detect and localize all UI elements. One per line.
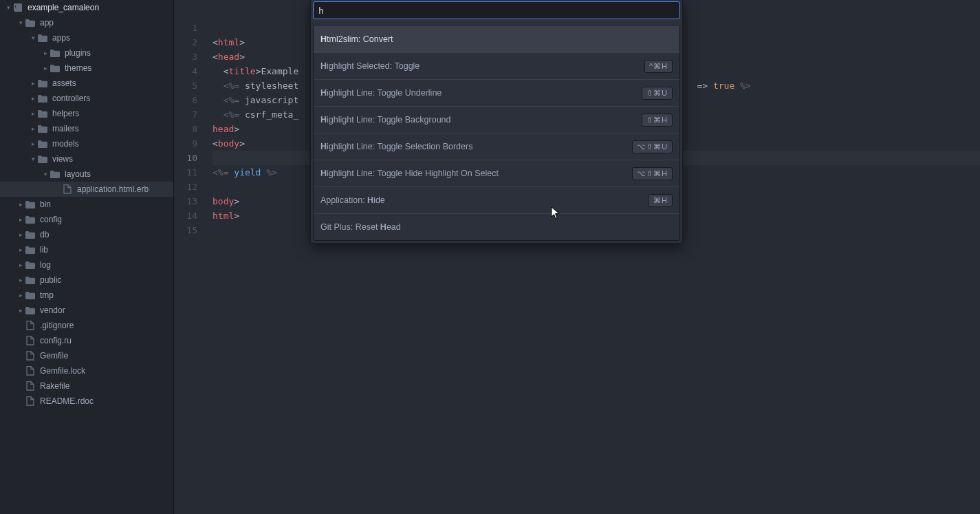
tree-item-lib[interactable]: ▸lib — [0, 242, 173, 257]
tree-item--gitignore[interactable]: .gitignore — [0, 318, 173, 333]
line-number: 11 — [174, 165, 197, 180]
chevron-right-icon: ▸ — [17, 201, 25, 208]
keyboard-shortcut: ⇧⌘H — [642, 114, 673, 127]
tree-item-log[interactable]: ▸log — [0, 257, 173, 272]
tree-item-config-ru[interactable]: config.ru — [0, 333, 173, 348]
tree-item-controllers[interactable]: ▸controllers — [0, 91, 173, 106]
chevron-down-icon: ▾ — [41, 171, 50, 178]
tree-item-application-html-erb[interactable]: application.html.erb — [0, 182, 173, 197]
tree-item-label: lib — [40, 245, 48, 255]
tree-item-label: vendor — [40, 306, 65, 315]
file-icon — [25, 336, 36, 345]
folder-icon — [37, 139, 48, 149]
tree-item-apps[interactable]: ▾apps — [0, 30, 173, 45]
tree-item-themes[interactable]: ▸themes — [0, 61, 173, 76]
tree-item-label: apps — [52, 33, 70, 43]
tree-item-label: application.html.erb — [77, 184, 149, 194]
line-number: 4 — [174, 64, 197, 78]
tree-item-gemfile-lock[interactable]: Gemfile.lock — [0, 363, 173, 378]
tree-item-label: public — [40, 275, 61, 285]
command-palette-item[interactable]: Highlight Selected: Toggle^⌘H — [314, 52, 679, 79]
line-number: 6 — [174, 93, 197, 107]
tree-item-example-camaleon[interactable]: ▾example_camaleon — [0, 0, 173, 15]
folder-icon — [50, 48, 61, 58]
chevron-down-icon: ▾ — [29, 156, 37, 162]
file-icon — [25, 381, 36, 391]
chevron-right-icon: ▸ — [17, 277, 25, 283]
command-palette-item[interactable]: Highlight Line: Toggle Background⇧⌘H — [314, 106, 679, 133]
tree-item-public[interactable]: ▸public — [0, 272, 173, 288]
line-number: 8 — [174, 122, 197, 136]
command-label: Git Plus: Reset Head — [320, 222, 401, 232]
tree-item-views[interactable]: ▾views — [0, 151, 173, 167]
file-icon — [25, 351, 36, 361]
chevron-right-icon: ▸ — [29, 95, 37, 102]
chevron-right-icon: ▸ — [41, 65, 50, 72]
tree-item-bin[interactable]: ▸bin — [0, 197, 173, 212]
chevron-right-icon: ▸ — [29, 140, 37, 147]
line-number: 13 — [174, 194, 197, 208]
tree-item-label: themes — [65, 63, 91, 73]
keyboard-shortcut: ⇧⌘U — [642, 87, 673, 100]
command-palette-item[interactable]: Application: Hide⌘H — [314, 186, 679, 213]
folder-icon — [25, 245, 36, 255]
folder-icon — [37, 154, 48, 164]
tree-item-label: db — [40, 230, 49, 239]
tree-item-layouts[interactable]: ▾layouts — [0, 167, 173, 182]
tree-item-label: config — [40, 215, 62, 224]
keyboard-shortcut: ⌘H — [649, 194, 673, 207]
file-icon — [25, 366, 36, 376]
tree-item-label: bin — [40, 200, 51, 209]
keyboard-shortcut: ⌥⇧⌘U — [632, 140, 673, 153]
tree-item-gemfile[interactable]: Gemfile — [0, 348, 173, 363]
tree-item-plugins[interactable]: ▸plugins — [0, 45, 173, 61]
tree-item-label: Rakefile — [40, 381, 69, 391]
command-palette-item[interactable]: Highlight Line: Toggle Hide Highlight On… — [314, 160, 679, 186]
tree-item-readme-rdoc[interactable]: README.rdoc — [0, 394, 173, 409]
line-number: 7 — [174, 107, 197, 122]
tree-item-helpers[interactable]: ▸helpers — [0, 106, 173, 121]
tree-item-label: tmp — [40, 290, 54, 300]
tree-item-label: models — [52, 139, 79, 149]
line-number: 3 — [174, 50, 197, 64]
tree-item-config[interactable]: ▸config — [0, 212, 173, 227]
tree-item-tmp[interactable]: ▸tmp — [0, 288, 173, 303]
chevron-right-icon: ▸ — [29, 110, 37, 117]
folder-icon — [25, 230, 36, 239]
command-palette-item[interactable]: Highlight Line: Toggle Selection Borders… — [314, 133, 679, 160]
tree-item-db[interactable]: ▸db — [0, 227, 173, 242]
tree-item-label: log — [40, 260, 51, 270]
chevron-right-icon: ▸ — [41, 50, 50, 56]
chevron-right-icon: ▸ — [17, 246, 25, 253]
folder-icon — [37, 109, 48, 118]
tree-item-models[interactable]: ▸models — [0, 136, 173, 151]
tree-item-label: app — [40, 18, 54, 28]
folder-icon — [37, 33, 48, 43]
folder-icon — [25, 260, 36, 270]
tree-item-label: example_camaleon — [28, 3, 99, 12]
tree-item-rakefile[interactable]: Rakefile — [0, 378, 173, 394]
file-tree[interactable]: ▾example_camaleon▾app▾apps▸plugins▸theme… — [0, 0, 173, 409]
line-number: 1 — [174, 21, 197, 35]
folder-icon — [25, 275, 36, 285]
tree-item-vendor[interactable]: ▸vendor — [0, 303, 173, 318]
tree-item-assets[interactable]: ▸assets — [0, 76, 173, 91]
tree-item-mailers[interactable]: ▸mailers — [0, 121, 173, 136]
chevron-down-icon: ▾ — [4, 4, 12, 11]
command-palette-input[interactable] — [313, 1, 680, 19]
folder-icon — [37, 78, 48, 88]
tree-item-label: views — [52, 154, 73, 164]
folder-icon — [25, 290, 36, 300]
line-number: 12 — [174, 180, 197, 194]
line-number: 10 — [174, 151, 197, 165]
tree-item-label: .gitignore — [40, 321, 74, 330]
tree-item-app[interactable]: ▾app — [0, 15, 173, 30]
folder-icon — [25, 215, 36, 224]
command-palette-item[interactable]: Html2slim: Convert — [314, 25, 679, 52]
command-palette-item[interactable]: Git Plus: Reset Head — [314, 213, 679, 240]
chevron-right-icon: ▸ — [17, 261, 25, 268]
command-palette-list: Html2slim: ConvertHighlight Selected: To… — [313, 25, 680, 241]
folder-icon — [25, 200, 36, 209]
command-label: Html2slim: Convert — [320, 34, 393, 44]
command-palette-item[interactable]: Highlight Line: Toggle Underline⇧⌘U — [314, 79, 679, 106]
